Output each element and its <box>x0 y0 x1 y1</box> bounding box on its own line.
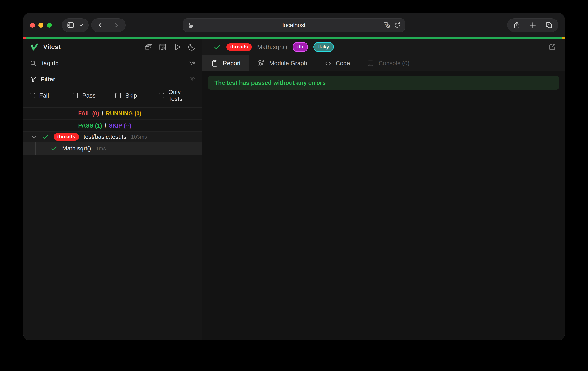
reload-icon[interactable] <box>394 22 401 29</box>
pass-status-message: The test has passed without any errors <box>214 80 326 86</box>
test-file-name: test/basic.test.ts <box>84 133 126 140</box>
skip-label: Skip <box>125 92 137 99</box>
collapse-tests-icon[interactable] <box>144 43 152 51</box>
fail-label: Fail <box>39 92 49 99</box>
tab-code[interactable]: Code <box>315 55 358 71</box>
only-tests-label: Only Tests <box>168 89 196 102</box>
tag-badge-db: db <box>293 42 308 52</box>
zoom-window-button[interactable] <box>47 23 52 28</box>
report-content: The test has passed without any errors <box>202 71 565 340</box>
sidebar-toggle-icon[interactable] <box>66 21 75 29</box>
console-icon <box>367 60 374 67</box>
search-bar <box>23 55 202 71</box>
run-all-icon[interactable] <box>173 43 181 51</box>
minimize-window-button[interactable] <box>38 23 43 28</box>
stats-separator: / <box>102 110 103 117</box>
test-file-duration: 103ms <box>131 134 147 140</box>
new-tab-icon[interactable] <box>529 21 537 29</box>
module-graph-icon <box>257 60 265 67</box>
report-icon <box>211 60 219 67</box>
tab-console[interactable]: Console (0) <box>358 55 418 71</box>
stats-row-pass-skip: PASS (1) / SKIP (--) <box>23 120 202 131</box>
browser-toolbar: localhost A x <box>23 13 565 37</box>
tab-console-label: Console (0) <box>378 60 410 67</box>
test-detail-panel: threads Math.sqrt() db flaky <box>202 39 565 340</box>
stats-separator: / <box>105 122 106 129</box>
detail-header: threads Math.sqrt() db flaky <box>202 39 565 55</box>
tab-module-graph[interactable]: Module Graph <box>249 55 315 71</box>
reader-icon[interactable] <box>188 22 195 29</box>
tab-overview-icon[interactable] <box>545 21 553 29</box>
dark-mode-icon[interactable] <box>188 43 196 51</box>
detail-tabs: Report Module Graph <box>202 55 565 71</box>
search-icon <box>30 60 37 67</box>
pass-check-icon <box>213 43 221 51</box>
close-window-button[interactable] <box>30 23 35 28</box>
chevron-down-icon[interactable] <box>79 22 84 28</box>
pass-status-banner: The test has passed without any errors <box>208 76 559 90</box>
only-tests-checkbox[interactable] <box>159 93 164 99</box>
sidebar-toggle-group <box>62 18 89 32</box>
detail-test-title: Math.sqrt() <box>257 43 287 50</box>
fail-checkbox[interactable] <box>30 93 35 99</box>
app-title: Vitest <box>43 43 61 51</box>
svg-text:x: x <box>388 25 389 28</box>
pass-count: PASS (1) <box>78 122 102 129</box>
share-icon[interactable] <box>513 21 521 29</box>
pool-badge: threads <box>53 133 79 140</box>
progress-pending-segment <box>562 37 565 39</box>
open-in-editor-icon[interactable] <box>548 43 556 51</box>
search-input[interactable] <box>42 60 189 67</box>
clear-filter-icon[interactable] <box>189 76 196 83</box>
tab-code-label: Code <box>336 60 350 67</box>
filter-icon <box>30 76 37 83</box>
fail-count: FAIL (0) <box>78 110 99 117</box>
test-case-duration: 1ms <box>96 145 106 152</box>
pool-badge: threads <box>226 43 252 51</box>
history-nav-group <box>91 18 126 32</box>
pass-label: Pass <box>82 92 95 99</box>
address-bar[interactable]: localhost A x <box>183 18 405 32</box>
filter-title: Filter <box>41 76 55 83</box>
filter-option-fail[interactable]: Fail <box>30 92 73 99</box>
skip-checkbox[interactable] <box>116 93 121 99</box>
test-progress-bar <box>23 37 565 39</box>
skip-count: SKIP (--) <box>109 122 131 129</box>
running-count: RUNNING (0) <box>106 110 142 117</box>
test-case-row[interactable]: Math.sqrt() 1ms <box>23 142 202 155</box>
tab-report-label: Report <box>223 60 241 67</box>
tab-module-graph-label: Module Graph <box>269 60 307 67</box>
stats-row-fail-running: FAIL (0) / RUNNING (0) <box>23 108 202 120</box>
vitest-logo-icon <box>30 42 39 52</box>
filter-section: Filter Fail Pass <box>23 71 202 108</box>
test-explorer-sidebar: Vitest <box>23 39 202 340</box>
filter-option-only-tests[interactable]: Only Tests <box>159 89 196 102</box>
back-button[interactable] <box>93 19 108 31</box>
test-file-row[interactable]: threads test/basic.test.ts 103ms <box>23 132 202 142</box>
traffic-lights <box>30 23 52 28</box>
forward-button[interactable] <box>108 19 124 31</box>
expand-chevron-icon[interactable] <box>30 133 37 140</box>
tab-report[interactable]: Report <box>202 55 249 71</box>
dashboard-icon[interactable] <box>159 43 167 51</box>
pass-checkbox[interactable] <box>73 93 78 99</box>
translate-icon[interactable]: A x <box>383 21 390 29</box>
url-text: localhost <box>283 22 305 29</box>
indent-guide <box>35 142 36 155</box>
tag-badge-flaky: flaky <box>314 42 334 52</box>
test-stats: FAIL (0) / RUNNING (0) PASS (1) / SKIP (… <box>23 108 202 132</box>
sidebar-header: Vitest <box>23 39 202 55</box>
progress-fail-segment <box>23 37 26 39</box>
window-actions-group <box>507 18 558 32</box>
clear-search-icon[interactable] <box>189 60 196 67</box>
filter-option-skip[interactable]: Skip <box>116 92 158 99</box>
pass-check-icon <box>42 133 49 140</box>
filter-option-pass[interactable]: Pass <box>73 92 116 99</box>
code-icon <box>324 60 332 67</box>
pass-check-icon <box>51 145 58 152</box>
test-case-name: Math.sqrt() <box>62 145 91 152</box>
test-tree: threads test/basic.test.ts 103ms Math.sq… <box>23 132 202 340</box>
progress-pass-segment <box>26 37 562 39</box>
browser-window: localhost A x <box>23 13 565 340</box>
